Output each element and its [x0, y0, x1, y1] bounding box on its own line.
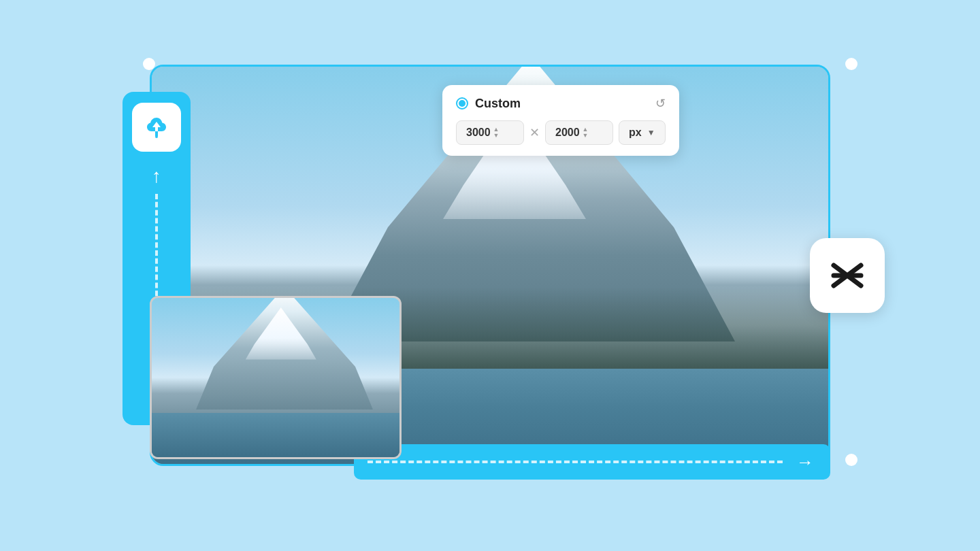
height-input[interactable]: 2000 ▲ ▼ [545, 120, 613, 145]
thumbnail-image [150, 296, 402, 459]
settings-title-row: Custom [456, 97, 521, 111]
cloud-upload-icon [142, 112, 172, 142]
bottom-arrow-bar: → [354, 444, 830, 480]
unit-value: px [629, 127, 642, 139]
svg-point-1 [155, 135, 158, 138]
capcut-logo-box [810, 238, 885, 313]
settings-header: Custom ↺ [456, 96, 666, 111]
corner-dot-bottom-right [845, 454, 858, 466]
dimension-separator: ✕ [529, 125, 540, 140]
height-value: 2000 [555, 127, 580, 139]
width-value: 3000 [466, 127, 491, 139]
settings-inputs: 3000 ▲ ▼ ✕ 2000 ▲ ▼ px ▼ [456, 120, 666, 145]
horizontal-dashed-line [368, 461, 783, 463]
settings-panel: Custom ↺ 3000 ▲ ▼ ✕ 2000 ▲ ▼ px [442, 85, 679, 156]
capcut-logo-icon [823, 252, 871, 299]
arrow-right-icon: → [796, 452, 814, 473]
settings-title: Custom [475, 97, 521, 111]
radio-button[interactable] [456, 97, 468, 110]
unit-select[interactable]: px ▼ [619, 120, 666, 145]
main-scene: ↑ Custom ↺ 3000 ▲ ▼ [82, 51, 898, 500]
thumb-background [152, 298, 399, 457]
thumb-water [152, 413, 399, 457]
reset-icon[interactable]: ↺ [655, 96, 666, 111]
width-input[interactable]: 3000 ▲ ▼ [456, 120, 524, 145]
corner-dot-top-left [143, 58, 155, 70]
corner-dot-top-right [845, 58, 858, 70]
radio-dot-inner [459, 100, 466, 107]
cloud-upload-icon-box[interactable] [132, 103, 181, 152]
width-spinner[interactable]: ▲ ▼ [493, 127, 500, 139]
chevron-down-icon: ▼ [647, 128, 655, 137]
arrow-up-icon: ↑ [152, 165, 161, 187]
height-spinner[interactable]: ▲ ▼ [583, 127, 589, 139]
